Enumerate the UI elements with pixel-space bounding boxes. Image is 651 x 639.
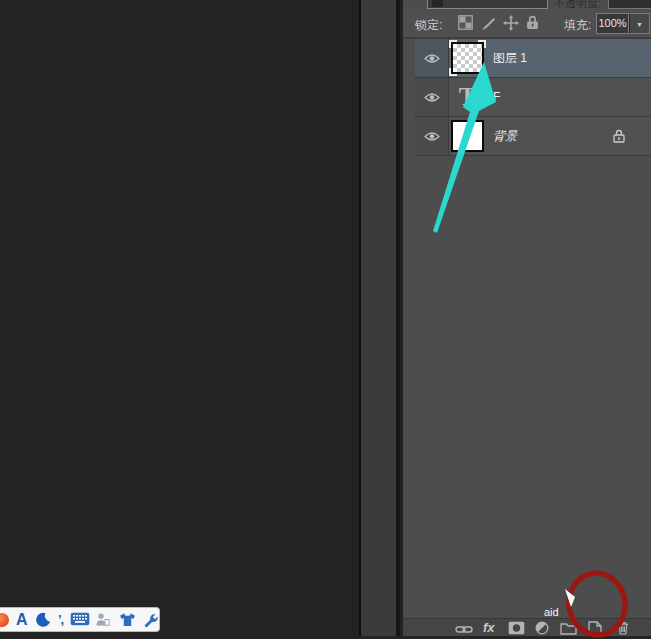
link-layers-icon[interactable] [455, 621, 473, 635]
layer-name: 图层 1 [493, 50, 527, 67]
layers-panel: 不透明度: 锁定: 填充: 100% ▼ [403, 0, 651, 639]
ime-logo-icon[interactable] [0, 613, 9, 627]
ime-skin-icon[interactable] [119, 612, 136, 628]
new-adjustment-layer-icon[interactable] [535, 621, 553, 635]
background-layer-thumbnail[interactable] [451, 120, 484, 152]
fill-label: 填充: [564, 17, 591, 34]
new-layer-icon[interactable] [588, 621, 606, 635]
opacity-select[interactable] [608, 0, 651, 9]
eye-icon [424, 92, 440, 103]
visibility-toggle[interactable] [415, 39, 449, 77]
blend-mode-select[interactable] [427, 0, 548, 9]
lock-transparency-icon[interactable] [458, 15, 474, 31]
ime-toolbox-wrench-icon[interactable] [143, 612, 159, 628]
layer-row-text-f[interactable]: T F [415, 78, 651, 117]
text-layer-thumbnail[interactable]: T [451, 81, 484, 113]
layer-styles-icon[interactable]: fx [483, 621, 501, 635]
add-layer-mask-icon[interactable] [508, 621, 526, 635]
visibility-toggle[interactable] [415, 117, 449, 155]
panel-dock-gap [359, 0, 400, 639]
delete-layer-icon[interactable] [616, 621, 634, 635]
background-lock-icon [613, 129, 625, 147]
ime-language-bar: A ’, [0, 607, 160, 632]
ime-chinese-english-toggle[interactable]: A [16, 611, 28, 629]
fill-value-input[interactable]: 100% [596, 13, 629, 34]
layer-row-layer1[interactable]: 图层 1 [415, 39, 651, 78]
eye-icon [424, 53, 440, 64]
ime-keyboard-icon[interactable] [70, 612, 88, 628]
new-group-icon[interactable] [560, 621, 578, 635]
layer-thumbnail-checkerboard[interactable] [451, 42, 484, 74]
ime-account-icon[interactable] [95, 612, 111, 628]
selection-corner [478, 68, 486, 76]
layer-name: F [493, 90, 500, 104]
visibility-toggle[interactable] [415, 78, 449, 116]
lock-position-icon[interactable] [503, 15, 519, 31]
layer-row-background[interactable]: 背景 [415, 117, 651, 156]
eye-icon [424, 131, 440, 142]
opacity-label: 不透明度: [554, 0, 601, 10]
lock-all-icon[interactable] [526, 15, 542, 31]
selection-corner [449, 68, 457, 76]
fill-dropdown-caret[interactable]: ▼ [629, 13, 650, 34]
panel-header-cutoff: 不透明度: [403, 0, 651, 10]
layer-list: 图层 1 T F 背景 [415, 39, 651, 156]
lock-pixels-icon[interactable] [481, 15, 497, 31]
selection-corner [478, 40, 486, 48]
blend-mode-swatch [432, 0, 443, 7]
lock-label: 锁定: [415, 17, 442, 34]
layers-panel-toolbar: fx [403, 618, 651, 636]
ime-fullwidth-moon-icon[interactable] [35, 612, 51, 628]
ime-punctuation-toggle[interactable]: ’, [58, 612, 63, 627]
selection-corner [449, 40, 457, 48]
layer-name: 背景 [493, 128, 517, 145]
lock-fill-row: 锁定: 填充: 100% ▼ [403, 10, 651, 37]
